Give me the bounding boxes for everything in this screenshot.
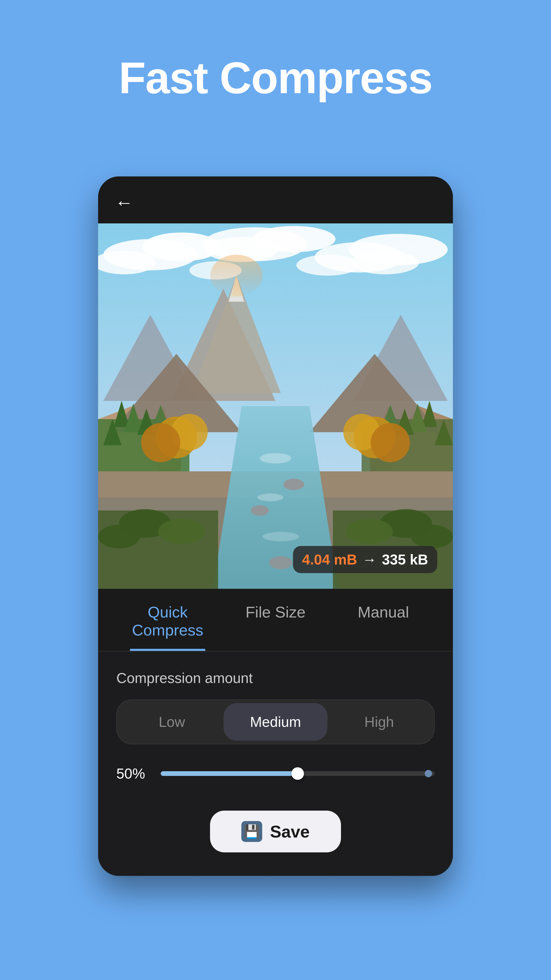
svg-point-47 xyxy=(262,532,299,541)
content-area: Compression amount Low Medium High 50% 💾… xyxy=(98,651,453,876)
save-button-container: 💾 Save xyxy=(116,803,435,855)
svg-point-9 xyxy=(351,251,419,274)
svg-point-38 xyxy=(141,423,180,462)
svg-point-49 xyxy=(283,479,304,490)
floppy-disk-icon: 💾 xyxy=(244,824,260,839)
svg-point-45 xyxy=(260,453,291,463)
slider-percentage-label: 50% xyxy=(116,765,150,782)
back-button[interactable]: ← xyxy=(114,192,135,213)
tab-quick-compress[interactable]: Quick Compress xyxy=(114,589,221,651)
compression-medium-button[interactable]: Medium xyxy=(224,703,327,741)
image-preview: 4.04 mB → 335 kB xyxy=(98,223,453,589)
svg-point-58 xyxy=(411,525,453,548)
file-size-badge: 4.04 mB → 335 kB xyxy=(293,546,437,573)
svg-point-50 xyxy=(269,556,292,569)
compression-low-button[interactable]: Low xyxy=(120,703,224,741)
svg-point-57 xyxy=(346,519,393,544)
slider-end-dot xyxy=(425,770,432,777)
save-icon: 💾 xyxy=(241,821,262,842)
compression-slider[interactable] xyxy=(161,771,435,776)
slider-thumb[interactable] xyxy=(291,767,304,780)
svg-point-59 xyxy=(210,255,262,296)
svg-point-11 xyxy=(296,255,359,275)
phone-mockup: ← xyxy=(98,177,453,876)
svg-point-48 xyxy=(251,505,269,516)
compression-slider-row: 50% xyxy=(116,765,435,782)
svg-point-54 xyxy=(158,519,205,544)
tabs-bar: Quick Compress File Size Manual xyxy=(98,589,453,651)
arrow-icon: → xyxy=(362,551,377,568)
compression-high-button[interactable]: High xyxy=(327,703,431,741)
svg-point-41 xyxy=(371,423,410,462)
tab-file-size[interactable]: File Size xyxy=(221,589,329,651)
back-arrow-icon: ← xyxy=(115,193,133,212)
phone-header: ← xyxy=(98,177,453,223)
file-size-original: 4.04 mB xyxy=(302,551,357,568)
file-size-compressed: 335 kB xyxy=(382,551,428,568)
slider-fill xyxy=(161,771,298,776)
svg-point-55 xyxy=(98,525,140,548)
tab-manual[interactable]: Manual xyxy=(330,589,437,651)
svg-point-46 xyxy=(257,493,283,501)
save-button[interactable]: 💾 Save xyxy=(210,811,341,853)
app-title: Fast Compress xyxy=(119,52,432,103)
save-button-label: Save xyxy=(270,822,310,842)
compression-level-selector: Low Medium High xyxy=(116,700,435,745)
compression-section-label: Compression amount xyxy=(116,670,435,686)
